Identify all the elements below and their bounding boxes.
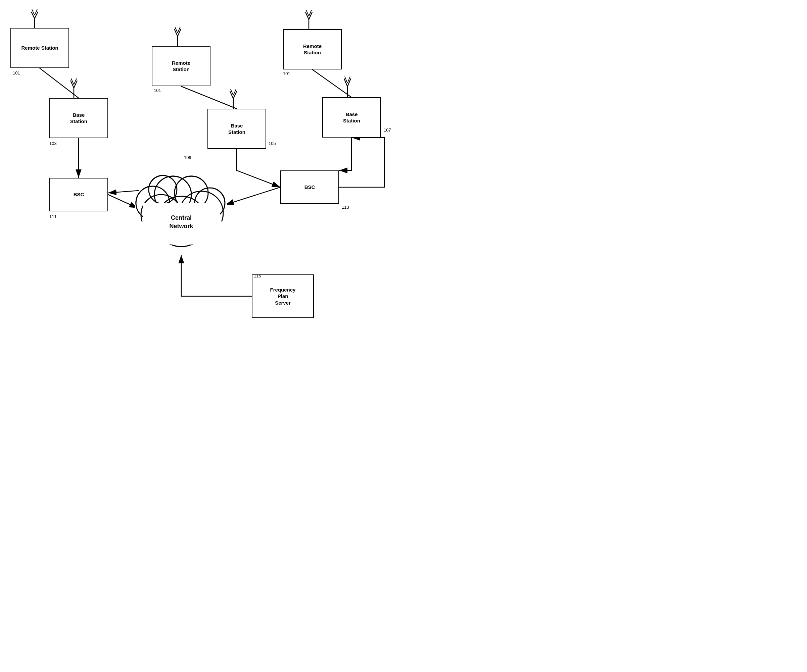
remote-station-2: RemoteStation — [152, 46, 211, 86]
base-station-2: BaseStation — [208, 109, 266, 149]
base-station-1: BaseStation — [49, 98, 108, 138]
bsc-1: BSC — [49, 178, 108, 211]
antenna-remote2 — [173, 23, 183, 47]
bsc-2-id: 113 — [342, 205, 349, 210]
remote-station-3-id: 101 — [283, 71, 291, 76]
freq-plan-server: FrequencyPlanServer — [252, 275, 314, 318]
remote-station-3: RemoteStation — [283, 29, 342, 70]
svg-line-10 — [31, 12, 35, 18]
base-station-1-label: BaseStation — [70, 112, 87, 125]
base-station-3: BaseStation — [322, 97, 381, 137]
remote-station-1: Remote Station — [10, 28, 69, 68]
antenna-base1 — [69, 75, 79, 99]
base-station-2-id: 105 — [269, 141, 276, 146]
diagram: Remote Station 101 RemoteStation 101 Rem… — [0, 0, 404, 336]
base-station-3-label: BaseStation — [343, 111, 360, 124]
svg-rect-56 — [143, 203, 220, 240]
antenna-base2 — [228, 86, 238, 109]
svg-text:Central: Central — [171, 214, 192, 221]
remote-station-1-id: 101 — [13, 70, 20, 76]
antenna-base3 — [342, 74, 352, 98]
bsc-1-label: BSC — [73, 191, 84, 198]
base-station-1-id: 103 — [49, 141, 57, 146]
svg-line-11 — [35, 12, 38, 18]
svg-line-38 — [347, 76, 350, 83]
freq-plan-server-label: FrequencyPlanServer — [270, 286, 296, 306]
freq-plan-server-id: 115 — [254, 273, 261, 278]
svg-text:Network: Network — [169, 223, 193, 230]
svg-line-37 — [345, 76, 347, 83]
base-station-2-label: BaseStation — [228, 122, 246, 136]
bsc-2: BSC — [280, 170, 339, 204]
central-network: Central Network — [124, 154, 238, 248]
antenna-remote3 — [304, 7, 314, 30]
remote-station-3-label: RemoteStation — [303, 43, 322, 56]
remote-station-2-label: RemoteStation — [172, 60, 190, 73]
central-network-id: 109 — [184, 155, 191, 160]
bsc-1-id: 111 — [49, 214, 57, 219]
bsc-2-label: BSC — [304, 184, 315, 190]
remote-station-1-label: Remote Station — [21, 45, 58, 51]
remote-station-2-id: 101 — [154, 88, 161, 93]
base-station-3-id: 107 — [384, 127, 391, 132]
antenna-remote1 — [30, 7, 40, 28]
